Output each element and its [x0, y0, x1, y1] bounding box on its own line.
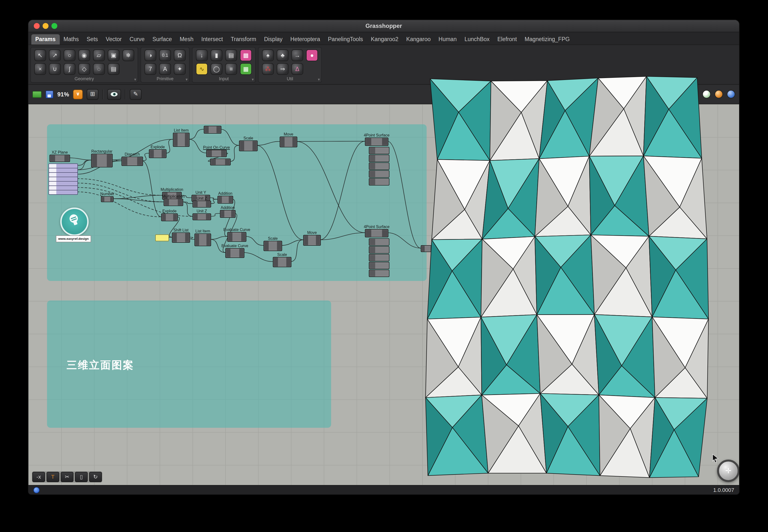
surface-out-b2[interactable] — [369, 246, 389, 254]
relay-a[interactable] — [204, 126, 222, 134]
navigation-ball[interactable]: ✛ — [717, 460, 740, 482]
surface-out-a2[interactable] — [369, 155, 389, 162]
tab-kangaroo[interactable]: Kangaroo — [402, 34, 435, 45]
group-expand-icon[interactable]: ▾ — [185, 77, 187, 82]
mesh-icon[interactable]: ❄ — [122, 49, 134, 61]
tab-intersect[interactable]: Intersect — [198, 34, 227, 45]
history-icon[interactable]: ↻ — [89, 472, 102, 482]
slider-4[interactable] — [48, 177, 78, 182]
tab-surface[interactable]: Surface — [148, 34, 175, 45]
slider-6[interactable] — [48, 185, 78, 190]
graph-mapper-icon[interactable]: ∿ — [196, 63, 208, 75]
guid-icon[interactable]: Ω — [174, 49, 185, 61]
text-tag-icon[interactable]: T — [46, 472, 59, 482]
surface-out-b3[interactable] — [369, 254, 389, 261]
cull-icon[interactable]: × — [34, 63, 46, 75]
surface-out-a4[interactable] — [369, 170, 389, 178]
tree-icon[interactable]: ♣ — [277, 49, 289, 61]
tab-curve[interactable]: Curve — [126, 34, 148, 45]
panel-icon[interactable]: ▮ — [211, 49, 223, 61]
integer-icon[interactable]: 7 — [144, 63, 156, 75]
data-output-icon[interactable]: ⇒ — [277, 63, 289, 75]
symbol-icon[interactable]: ✦ — [174, 63, 185, 75]
boolean-icon[interactable]: ◑ — [144, 49, 156, 61]
number[interactable]: Number — [101, 196, 114, 202]
knob-icon[interactable]: ◯ — [211, 63, 223, 75]
plane-icon[interactable]: ◉ — [78, 49, 90, 61]
addition-a[interactable]: Addition — [218, 196, 233, 204]
preview-docked-button[interactable] — [727, 90, 735, 98]
path-icon[interactable]: ∫ — [64, 63, 75, 75]
xz-plane[interactable]: XZ Plane — [49, 155, 70, 162]
surface-out-b4[interactable] — [369, 262, 389, 269]
dispatch[interactable]: Dispatch — [121, 157, 143, 166]
tab-transform[interactable]: Transform — [227, 34, 260, 45]
surface-out-a1[interactable] — [369, 147, 389, 154]
jump-icon[interactable]: → — [292, 49, 303, 61]
scale-a[interactable]: Scale — [239, 140, 258, 151]
viewport-settings-button[interactable]: ⊞ — [87, 89, 98, 100]
surface-out-b5[interactable] — [369, 270, 389, 277]
slider-5[interactable] — [48, 181, 78, 186]
md-slider-icon[interactable]: ↓ — [196, 49, 208, 61]
tab-lunchbox[interactable]: LunchBox — [461, 34, 493, 45]
list-item-a[interactable]: List Item — [173, 133, 189, 147]
yellow-panel[interactable] — [155, 234, 169, 241]
surface-out-a3[interactable] — [369, 162, 389, 170]
diamond-icon[interactable]: ◇ — [78, 63, 90, 75]
circle-icon[interactable]: ○ — [64, 49, 75, 61]
cherry-picker-icon[interactable]: ⁂ — [262, 63, 274, 75]
open-file-button[interactable] — [32, 89, 42, 100]
value-list-icon[interactable]: ≡ — [225, 63, 237, 75]
slider-1[interactable] — [48, 163, 78, 168]
relay-b[interactable] — [210, 159, 231, 165]
preview-visibility-button[interactable] — [107, 89, 121, 100]
addition-b[interactable]: Addition — [220, 210, 236, 218]
tab-magnetizing_fpg[interactable]: Magnetizing_FPG — [521, 34, 573, 45]
brep-icon[interactable]: ▤ — [108, 63, 119, 75]
tab-kangaroo2[interactable]: Kangaroo2 — [367, 34, 402, 45]
curve-icon[interactable]: ∪ — [49, 63, 61, 75]
rectangle-icon[interactable]: ▱ — [93, 49, 105, 61]
move-a[interactable]: Move — [280, 137, 297, 147]
gradient-icon[interactable]: ▦ — [240, 63, 252, 75]
data-dam-icon[interactable]: ♠ — [262, 49, 274, 61]
tab-elefront[interactable]: Elefront — [493, 34, 521, 45]
slider-2[interactable] — [48, 168, 78, 173]
unit-z-a[interactable]: Unit Z — [193, 201, 211, 208]
unit-z-b[interactable]: Unit Z — [193, 213, 211, 220]
explode-a[interactable]: Explode — [149, 149, 166, 158]
fourpoint-surface-b[interactable]: 4Point Surface — [365, 229, 388, 237]
tools-icon[interactable]: ✂ — [61, 472, 73, 482]
text-icon[interactable]: A — [159, 63, 171, 75]
vector-icon[interactable]: ↗ — [49, 49, 61, 61]
number-icon[interactable]: 0.1 — [159, 49, 171, 61]
evaluate-curve-b[interactable]: Evaluate Curve — [225, 248, 245, 258]
slider-3[interactable] — [48, 172, 78, 177]
tab-vector[interactable]: Vector — [102, 34, 126, 45]
sphere-icon[interactable]: ◌ — [93, 63, 105, 75]
flask-icon[interactable]: Δ — [292, 63, 303, 75]
surface-out-a5[interactable] — [369, 178, 389, 185]
group-expand-icon[interactable]: ▾ — [134, 77, 136, 82]
save-file-button[interactable] — [46, 89, 53, 100]
group-expand-icon[interactable]: ▾ — [252, 77, 254, 82]
zoom-dropdown-button[interactable]: ∨ — [73, 89, 83, 99]
evaluate-curve-a[interactable]: Evaluate Curve — [227, 232, 246, 242]
tab-panelingtools[interactable]: PanelingTools — [324, 34, 367, 45]
tab-mesh[interactable]: Mesh — [176, 34, 198, 45]
tab-sets[interactable]: Sets — [83, 34, 102, 45]
group-expand-icon[interactable]: ▾ — [318, 77, 320, 82]
model-viewport[interactable] — [420, 73, 720, 485]
status-indicator-icon[interactable] — [33, 487, 40, 493]
data-sheet-icon[interactable]: ▤ — [225, 49, 237, 61]
explode-b[interactable]: Explode — [161, 213, 178, 221]
galapagos-icon[interactable]: ● — [306, 49, 318, 61]
device-icon[interactable]: ▯ — [75, 472, 88, 482]
list-item-b[interactable]: List Item — [195, 233, 211, 246]
fourpoint-surface-a[interactable]: 4Point Surface — [365, 138, 388, 146]
tab-params[interactable]: Params — [31, 34, 59, 45]
tab-heteroptera[interactable]: Heteroptera — [287, 34, 324, 45]
scale-c[interactable]: Scale — [273, 257, 292, 267]
shift-list[interactable]: Shift List — [172, 232, 190, 243]
